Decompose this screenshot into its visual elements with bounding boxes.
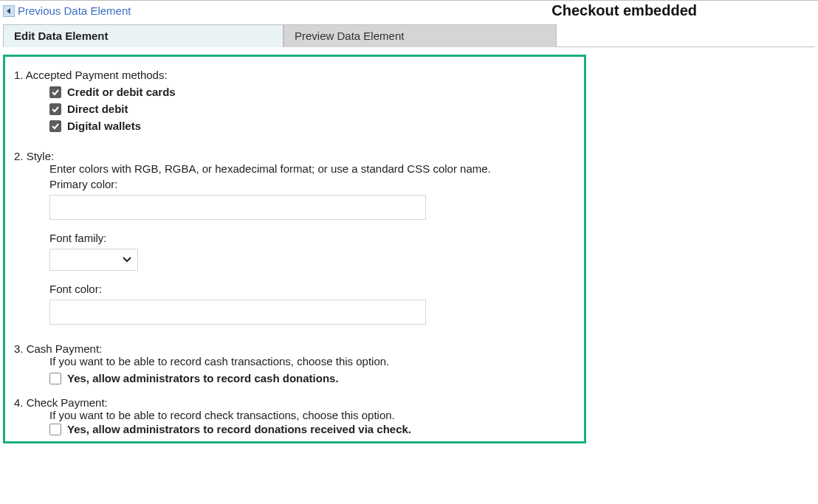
checkbox-row-check[interactable]: Yes, allow administrators to record dona… [49, 423, 575, 435]
checkbox-credit[interactable] [49, 86, 61, 98]
section-cash-title: 3. Cash Payment: [14, 342, 575, 355]
checkbox-row-cash[interactable]: Yes, allow administrators to record cash… [49, 372, 575, 384]
previous-data-element-link[interactable]: Previous Data Element [3, 4, 131, 17]
page-title: Checkout embedded [551, 2, 697, 19]
font-family-select[interactable] [49, 249, 138, 271]
tabs: Edit Data Element Preview Data Element [3, 24, 815, 47]
checkbox-cash-label: Yes, allow administrators to record cash… [67, 372, 339, 384]
checkbox-row-credit[interactable]: Credit or debit cards [49, 86, 575, 98]
font-color-label: Font color: [49, 283, 575, 295]
font-family-label: Font family: [49, 232, 575, 244]
tab-edit-data-element[interactable]: Edit Data Element [3, 24, 283, 47]
checkbox-row-digital-wallets[interactable]: Digital wallets [49, 120, 575, 132]
section-accepted-payment-title: 1. Accepted Payment methods: [14, 69, 575, 81]
previous-data-element-label: Previous Data Element [18, 4, 131, 17]
page-root: Previous Data Element Checkout embedded … [0, 0, 818, 443]
checkbox-check[interactable] [49, 424, 61, 435]
checkbox-digital-wallets-label: Digital wallets [67, 120, 141, 132]
section-check-title: 4. Check Payment: [14, 396, 575, 409]
section-style-hint: Enter colors with RGB, RGBA, or hexadeci… [49, 162, 575, 175]
font-color-input[interactable] [49, 300, 426, 325]
checkbox-digital-wallets[interactable] [49, 120, 61, 132]
tab-preview-data-element[interactable]: Preview Data Element [283, 24, 557, 47]
checkbox-credit-label: Credit or debit cards [67, 86, 176, 98]
section-style-title: 2. Style: [14, 150, 575, 162]
topbar: Previous Data Element Checkout embedded [0, 0, 818, 24]
form-panel: 1. Accepted Payment methods: Credit or d… [3, 55, 586, 443]
checkbox-row-direct-debit[interactable]: Direct debit [49, 103, 575, 115]
back-arrow-icon [3, 5, 15, 17]
section-check-hint: If you want to be able to record check t… [49, 409, 575, 421]
checkbox-direct-debit-label: Direct debit [67, 103, 128, 115]
checkbox-direct-debit[interactable] [49, 103, 61, 115]
chevron-down-icon [123, 255, 131, 265]
checkbox-check-label: Yes, allow administrators to record dona… [67, 423, 411, 435]
checkbox-cash[interactable] [49, 373, 61, 384]
primary-color-label: Primary color: [49, 178, 575, 190]
primary-color-input[interactable] [49, 195, 426, 220]
section-cash-hint: If you want to be able to record cash tr… [49, 355, 575, 367]
